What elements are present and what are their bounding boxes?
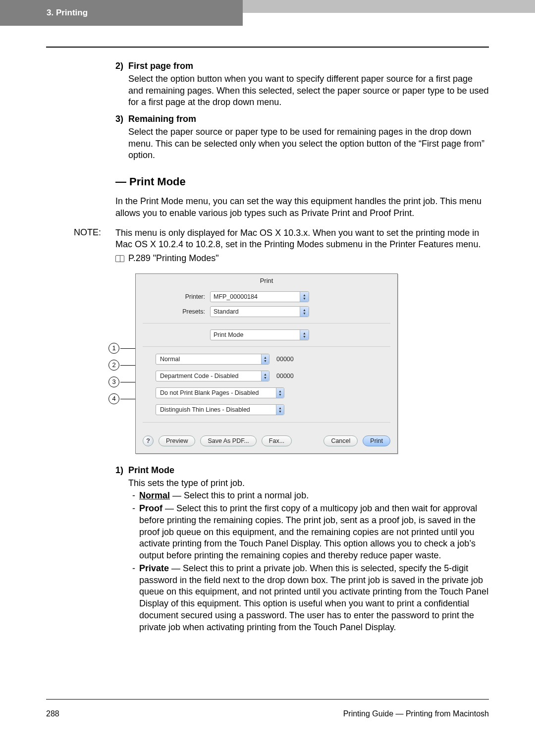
item-title: First page from [128, 60, 193, 72]
item-number: 2) [115, 60, 128, 72]
term-private: Private [139, 563, 169, 573]
page-number: 288 [46, 709, 59, 718]
dept-code-select[interactable]: Department Code - Disabled ▲▼ [156, 371, 269, 381]
print-button[interactable]: Print [363, 435, 390, 446]
note-label: NOTE: [46, 227, 115, 265]
list-item: Normal — Select this to print a normal j… [139, 490, 489, 502]
term-proof: Proof [139, 503, 162, 513]
dash: - [128, 563, 139, 634]
dept-code-value: 00000 [276, 373, 294, 379]
callout-4: 4 [108, 393, 119, 404]
dialog-title: Print [136, 274, 397, 289]
chevron-updown-icon: ▲▼ [261, 371, 269, 381]
term-normal: Normal [139, 490, 170, 500]
blank-pages-select[interactable]: Do not Print Blank Pages - Disabled ▲▼ [156, 387, 284, 398]
chevron-updown-icon: ▲▼ [300, 292, 309, 302]
breadcrumb: 3. Printing [0, 0, 243, 26]
chevron-updown-icon: ▲▼ [300, 330, 309, 340]
callout-2: 2 [108, 360, 119, 371]
chevron-updown-icon: ▲▼ [300, 307, 309, 317]
note-ref: P.289 "Printing Modes" [128, 253, 219, 265]
fax-button[interactable]: Fax... [262, 435, 292, 446]
dialog-figure: 1 2 3 4 Print Printer: MFP_00000184 ▲▼ P… [115, 273, 489, 453]
header-light-strip [243, 0, 535, 13]
item-lead: This sets the type of print job. [128, 478, 489, 489]
item-number: 1) [115, 465, 128, 477]
pane-value: Print Mode [214, 331, 243, 338]
item-title: Remaining from [128, 113, 196, 125]
thin-lines-select[interactable]: Distinguish Thin Lines - Disabled ▲▼ [156, 404, 284, 415]
book-icon [115, 255, 124, 262]
printer-value: MFP_00000184 [214, 293, 258, 300]
item-body: Select the option button when you want t… [128, 73, 489, 108]
printer-label: Printer: [136, 293, 210, 300]
chevron-updown-icon: ▲▼ [261, 354, 269, 364]
presets-label: Presets: [136, 308, 210, 315]
callout-3: 3 [108, 377, 119, 387]
password-value: 00000 [276, 356, 294, 363]
item-title: Print Mode [128, 465, 174, 477]
preview-button[interactable]: Preview [159, 435, 195, 446]
content-frame: 2) First page from Select the option but… [46, 47, 489, 700]
save-as-pdf-button[interactable]: Save As PDF... [200, 435, 256, 446]
chevron-updown-icon: ▲▼ [276, 388, 284, 398]
print-dialog: Print Printer: MFP_00000184 ▲▼ Presets: … [135, 273, 398, 454]
section-intro: In the Print Mode menu, you can set the … [115, 196, 489, 219]
section-heading: — Print Mode [115, 174, 489, 189]
item-body: Select the paper source or paper type to… [128, 126, 489, 162]
help-button[interactable]: ? [143, 435, 154, 446]
chevron-updown-icon: ▲▼ [276, 405, 284, 415]
item-number: 3) [115, 113, 128, 125]
presets-select[interactable]: Standard ▲▼ [210, 306, 309, 317]
print-mode-select[interactable]: Normal ▲▼ [156, 354, 269, 365]
presets-value: Standard [214, 308, 239, 315]
list-item: Private — Select this to print a private… [139, 563, 489, 634]
footer-right: Printing Guide — Printing from Macintosh [343, 709, 489, 718]
pane-select[interactable]: Print Mode ▲▼ [210, 329, 309, 340]
cancel-button[interactable]: Cancel [323, 435, 358, 446]
list-item: Proof — Select this to print the first c… [139, 503, 489, 562]
printer-select[interactable]: MFP_00000184 ▲▼ [210, 291, 309, 302]
dash: - [128, 490, 139, 502]
callout-1: 1 [108, 343, 119, 354]
note-body: This menu is only displayed for Mac OS X… [115, 227, 489, 251]
dash: - [128, 503, 139, 562]
